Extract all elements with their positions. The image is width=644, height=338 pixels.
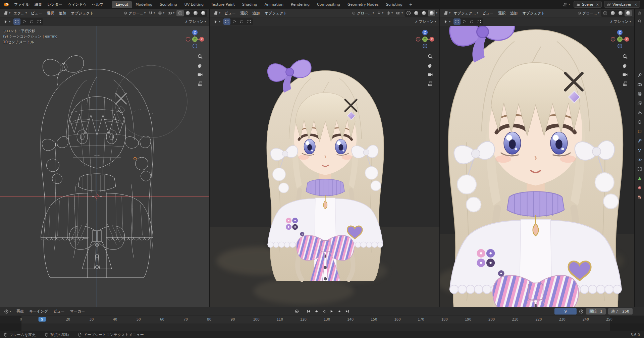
auto-keying-toggle[interactable] (293, 308, 301, 315)
constraints-tab[interactable] (636, 166, 643, 172)
navigation-gizmo[interactable] (415, 29, 435, 50)
timeline-body[interactable]: 0203040506070809010011012013014015016017… (0, 316, 644, 331)
view-layer-tab[interactable] (636, 100, 643, 106)
pan-hand-icon[interactable] (197, 63, 203, 68)
shading-rendered-button[interactable] (200, 10, 207, 16)
shading-wireframe-button[interactable] (405, 10, 412, 16)
active-tool-button[interactable]: ▾ (442, 19, 452, 25)
workspace-tab[interactable]: Modeling (132, 1, 156, 8)
shading-solid-button[interactable] (413, 10, 420, 16)
workspace-tab[interactable]: Texture Paint (207, 1, 238, 8)
viewport-menu-item[interactable]: 追加 (508, 10, 520, 17)
scene-selector[interactable]: Scene × (574, 1, 602, 8)
options-dropdown[interactable]: オプション▾ (608, 18, 632, 25)
frame-start-field[interactable]: 開始1 (586, 308, 606, 315)
transform-orientation-dropdown[interactable]: グロー...▾ (351, 10, 375, 16)
object-data-tab[interactable] (636, 175, 643, 181)
viewport-menu-item[interactable]: 選択 (238, 10, 250, 17)
shading-material-button[interactable] (420, 10, 428, 16)
options-dropdown[interactable]: オプション▾ (414, 18, 437, 25)
pan-hand-icon[interactable] (622, 63, 628, 68)
shading-wireframe-button[interactable] (176, 10, 184, 16)
shading-dropdown-chevron[interactable]: ▾ (436, 12, 437, 14)
play-button[interactable] (328, 308, 335, 315)
use-preview-range-icon[interactable] (579, 309, 584, 314)
show-overlays-toggle[interactable]: ▾ (166, 10, 176, 16)
select-box-button[interactable] (223, 18, 230, 25)
zoom-icon[interactable] (197, 54, 203, 59)
render-tab[interactable] (636, 81, 643, 88)
jump-to-end-button[interactable] (344, 308, 351, 315)
zoom-icon[interactable] (427, 54, 433, 59)
select-box-button[interactable] (13, 18, 20, 25)
select-circle-button[interactable] (21, 18, 28, 25)
workspace-tab[interactable]: Shading (238, 1, 261, 8)
workspace-tab[interactable]: Compositing (313, 1, 344, 8)
jump-to-start-button[interactable] (305, 308, 312, 315)
world-tab[interactable] (636, 119, 643, 125)
editor-type-button[interactable]: ▾ (2, 10, 12, 16)
workspace-tab[interactable]: Sculpting (156, 1, 180, 8)
viewport-menu-item[interactable]: オブジェクト (520, 10, 547, 17)
workspace-tab[interactable]: Rendering (287, 1, 313, 8)
select-circle-button[interactable] (231, 18, 238, 25)
navigation-gizmo[interactable] (184, 29, 205, 50)
topbar-menu-item[interactable]: ウィンドウ (65, 1, 89, 8)
rendered-view[interactable] (210, 26, 439, 307)
shading-material-button[interactable] (617, 10, 624, 16)
camera-view-icon[interactable] (622, 72, 628, 77)
camera-view-icon[interactable] (427, 72, 433, 77)
view-layer-unlink-button[interactable]: × (634, 2, 637, 7)
select-tweak-button[interactable] (476, 18, 483, 25)
timeline-menu-item[interactable]: マーカー (67, 308, 88, 315)
output-tab[interactable] (636, 91, 643, 97)
editor-type-button[interactable]: ▾ (212, 10, 222, 16)
frame-ruler[interactable]: 0203040506070809010011012013014015016017… (0, 316, 644, 324)
grid-toggle-icon[interactable] (197, 81, 203, 87)
active-tool-button[interactable]: ▾ (2, 19, 12, 25)
rendered-closeup-view[interactable] (440, 26, 634, 307)
topbar-menu-item[interactable]: レンダー (45, 1, 65, 8)
editor-type-button[interactable]: ▾ (442, 10, 452, 16)
select-tweak-button[interactable] (36, 18, 43, 25)
viewport-menu-item[interactable]: オブジェクト (69, 10, 96, 17)
camera-view-icon[interactable] (197, 72, 203, 77)
navigation-gizmo[interactable] (609, 29, 630, 50)
select-circle-button[interactable] (461, 18, 468, 25)
shading-rendered-button[interactable] (428, 10, 435, 16)
viewport-menu-item[interactable]: 選択 (496, 10, 508, 17)
grid-toggle-icon[interactable] (427, 81, 433, 87)
add-workspace-button[interactable]: + (407, 1, 415, 8)
previous-keyframe-button[interactable] (313, 308, 320, 315)
blender-logo-icon[interactable] (3, 1, 9, 7)
timeline-tracks[interactable] (0, 324, 644, 331)
play-reverse-button[interactable] (321, 308, 328, 315)
select-box-button[interactable] (453, 18, 461, 25)
search-icon[interactable] (638, 19, 642, 23)
grid-toggle-icon[interactable] (622, 81, 628, 87)
select-tweak-button[interactable] (246, 18, 253, 25)
snapping-toggle[interactable]: ▾ (376, 10, 385, 16)
next-keyframe-button[interactable] (336, 308, 343, 315)
modifiers-tab[interactable] (636, 138, 643, 144)
topbar-menu-item[interactable]: ヘルプ (89, 1, 106, 8)
workspace-tab[interactable]: Geometry Nodes (344, 1, 382, 8)
timeline-editor-type-button[interactable]: ▾ (3, 308, 12, 315)
viewport-menu-item[interactable]: ビュー (480, 10, 496, 17)
topbar-menu-item[interactable]: 編集 (32, 1, 45, 8)
material-tab[interactable] (636, 185, 643, 191)
viewport-menu-item[interactable]: 追加 (57, 10, 69, 17)
select-lasso-button[interactable] (238, 18, 245, 25)
viewport-menu-item[interactable]: ビュー (222, 10, 238, 17)
current-frame-field[interactable]: 9 (554, 308, 577, 315)
pan-hand-icon[interactable] (427, 63, 433, 68)
tool-tab[interactable] (636, 72, 643, 78)
shading-wireframe-button[interactable] (601, 10, 609, 16)
show-overlays-toggle[interactable]: ▾ (394, 10, 404, 16)
viewport-menu-item[interactable]: ビュー (29, 10, 45, 17)
timeline-menu-item[interactable]: ビュー (51, 308, 67, 315)
mode-dropdown[interactable]: エク...▾ (12, 10, 28, 16)
proportional-editing-toggle[interactable]: ▾ (385, 10, 394, 16)
viewport-menu-item[interactable]: オブジェクト (262, 10, 290, 17)
object-tab[interactable] (636, 128, 643, 134)
